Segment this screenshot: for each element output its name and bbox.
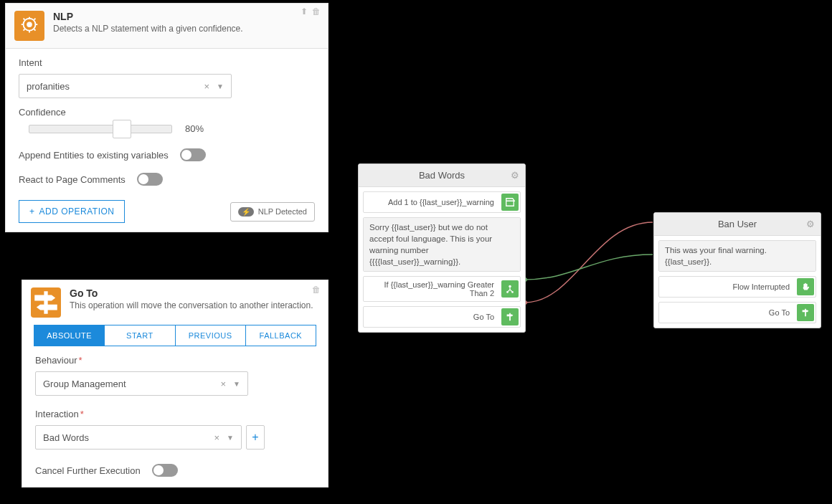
nlp-title: NLP: [53, 11, 243, 22]
cancel-execution-label: Cancel Further Execution: [35, 465, 141, 476]
goto-description: This operation will move the conversatio…: [70, 300, 319, 312]
confidence-slider[interactable]: [29, 125, 172, 133]
plus-icon: +: [29, 206, 35, 217]
svg-rect-9: [805, 309, 806, 317]
append-entities-toggle[interactable]: [180, 148, 206, 161]
condition-icon: [501, 280, 519, 298]
svg-point-5: [509, 285, 511, 288]
flow-message[interactable]: This was your final warning. {{last_user…: [658, 240, 816, 272]
goto-icon: [501, 308, 519, 325]
svg-point-3: [27, 22, 32, 27]
flow-add-warning[interactable]: Add 1 to {{last_user}}_warning: [363, 191, 521, 213]
react-comments-label: React to Page Comments: [19, 174, 126, 185]
delete-icon[interactable]: 🗑: [312, 6, 321, 16]
hand-icon: [797, 278, 814, 295]
upload-icon[interactable]: ⬆: [301, 6, 308, 16]
nlp-config-panel: NLP Detects a NLP statement with a given…: [5, 3, 328, 232]
confidence-label: Confidence: [19, 107, 315, 118]
nlp-head-icon: [14, 11, 44, 41]
clear-icon[interactable]: ×: [204, 81, 210, 92]
flow-message[interactable]: Sorry {{last_user}} but we do not accept…: [363, 217, 521, 272]
dropdown-icon[interactable]: ▼: [233, 380, 240, 388]
behaviour-select[interactable]: Group Management × ▼: [35, 371, 248, 396]
nlp-description: Detects a NLP statement with a given con…: [53, 24, 243, 34]
goto-signpost-icon: [31, 287, 61, 318]
flow-interrupted[interactable]: Flow Interrupted: [658, 276, 816, 298]
delete-icon[interactable]: 🗑: [312, 285, 321, 295]
slider-handle[interactable]: [113, 120, 131, 138]
react-comments-toggle[interactable]: [137, 173, 163, 186]
bad-words-title: Bad Words ⚙: [359, 164, 525, 187]
ban-user-title: Ban User ⚙: [654, 213, 821, 236]
svg-point-6: [506, 291, 509, 293]
flow-goto[interactable]: Go To: [363, 306, 521, 328]
interaction-label: Interaction*: [35, 409, 315, 419]
clear-icon[interactable]: ×: [214, 432, 220, 443]
nlp-detected-button[interactable]: ⚡ NLP Detected: [230, 202, 315, 222]
intent-value: profanities: [27, 81, 70, 92]
confidence-value: 80%: [185, 123, 204, 134]
bolt-icon: ⚡: [238, 207, 254, 217]
clear-icon[interactable]: ×: [221, 379, 227, 389]
svg-rect-4: [44, 291, 47, 314]
add-operation-button[interactable]: + ADD OPERATION: [19, 200, 125, 223]
bad-words-card: Bad Words ⚙ Add 1 to {{last_user}}_warni…: [358, 163, 526, 333]
tab-fallback[interactable]: FALLBACK: [246, 325, 316, 346]
add-interaction-button[interactable]: +: [246, 425, 265, 450]
cancel-execution-toggle[interactable]: [152, 464, 178, 477]
goto-icon: [797, 304, 814, 321]
goto-tabs: ABSOLUTE START PREVIOUS FALLBACK: [34, 325, 316, 346]
interaction-select[interactable]: Bad Words × ▼: [35, 425, 242, 450]
behaviour-label: Behaviour*: [35, 355, 315, 366]
intent-select[interactable]: profanities × ▼: [19, 74, 232, 98]
dropdown-icon[interactable]: ▼: [217, 82, 224, 90]
tab-start[interactable]: START: [105, 325, 175, 346]
variable-icon: [501, 194, 519, 211]
goto-title: Go To: [70, 287, 319, 299]
tab-absolute[interactable]: ABSOLUTE: [34, 325, 105, 346]
gear-icon[interactable]: ⚙: [806, 219, 815, 229]
flow-condition[interactable]: If {{last_user}}_warning Greater Than 2: [363, 276, 521, 302]
dropdown-icon[interactable]: ▼: [227, 434, 234, 442]
svg-point-7: [511, 291, 514, 293]
nlp-header: NLP Detects a NLP statement with a given…: [6, 4, 328, 49]
intent-label: Intent: [19, 57, 315, 68]
append-entities-label: Append Entities to existing variables: [19, 150, 169, 161]
flow-goto[interactable]: Go To: [658, 302, 816, 323]
tab-previous[interactable]: PREVIOUS: [176, 325, 246, 346]
ban-user-card: Ban User ⚙ This was your final warning. …: [653, 212, 821, 328]
svg-rect-8: [509, 313, 511, 321]
goto-panel: Go To This operation will move the conve…: [22, 280, 328, 488]
gear-icon[interactable]: ⚙: [511, 170, 519, 181]
